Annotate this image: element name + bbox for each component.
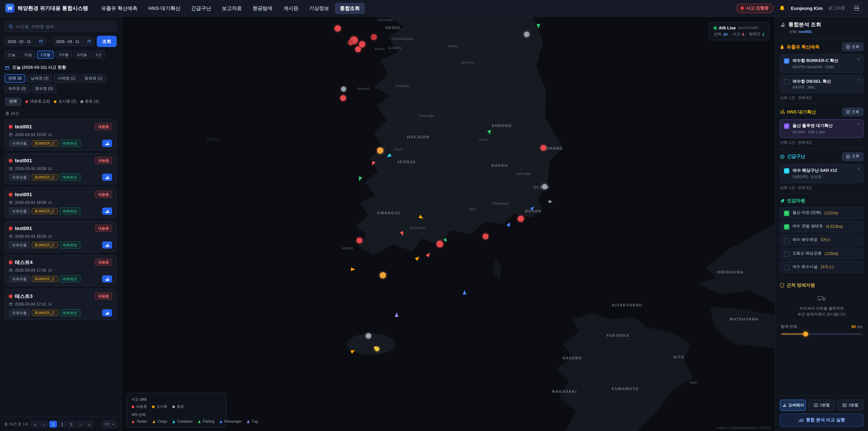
checkbox[interactable]: ✓: [784, 58, 789, 64]
nav-item-보고자료[interactable]: 보고자료: [217, 2, 247, 14]
prediction-card[interactable]: ✓울산 톨루엔 대기확산ALOHA · 15kt 1.2km×: [780, 119, 864, 137]
view-mode-button-2[interactable]: 2분할: [809, 400, 835, 411]
incident-marker[interactable]: [335, 25, 341, 31]
incident-card[interactable]: 테스트4대응중2026-03-04 17:45유류유출BUNKER_C예측완료: [4, 255, 117, 286]
incident-marker[interactable]: [371, 34, 377, 40]
ship-marker[interactable]: [462, 290, 467, 295]
checkbox[interactable]: ✓: [784, 168, 789, 173]
region-chip[interactable]: 남해청 (3): [27, 74, 52, 83]
map-attribution[interactable]: Leaflet | © OpenStreetMap © CARTO: [716, 426, 771, 430]
date-to-input[interactable]: 2026 - 03 - 11: [53, 37, 94, 46]
radius-slider[interactable]: [781, 333, 862, 335]
region-chip[interactable]: 중부청 (0): [31, 85, 57, 93]
incident-marker[interactable]: [341, 86, 346, 91]
quick-range-button[interactable]: 15일: [21, 51, 35, 59]
incident-marker[interactable]: [483, 234, 489, 239]
page-button-3[interactable]: 3: [67, 421, 75, 428]
nav-item-긴급구난[interactable]: 긴급구난: [186, 2, 216, 14]
quick-range-button[interactable]: 1개월: [37, 51, 54, 59]
close-icon[interactable]: ×: [857, 122, 860, 127]
sensitive-resource-item[interactable]: 오동도 해상공원(125ha): [780, 248, 864, 259]
ship-marker[interactable]: [418, 214, 425, 220]
ship-marker[interactable]: [357, 176, 363, 182]
nav-item-항공탐색[interactable]: 항공탐색: [248, 2, 278, 14]
run-analysis-button[interactable]: 통합 분석 비교 실행: [780, 413, 864, 427]
view-mode-button-3[interactable]: 3분할: [837, 400, 864, 411]
ship-marker[interactable]: [426, 251, 432, 258]
ship-marker[interactable]: [506, 221, 512, 227]
page-size-select[interactable]: 6건 ▾: [101, 420, 117, 428]
hns-query-button[interactable]: 조회: [842, 107, 864, 116]
ship-marker[interactable]: [399, 230, 405, 237]
view-on-map-button[interactable]: [102, 140, 112, 147]
incident-marker[interactable]: [380, 272, 386, 278]
close-icon[interactable]: ×: [857, 166, 860, 171]
view-on-map-button[interactable]: [102, 241, 112, 249]
menu-icon[interactable]: [851, 3, 863, 13]
region-chip[interactable]: 전체 16: [4, 74, 25, 83]
quick-range-button[interactable]: 1년: [92, 51, 105, 59]
page-button-2[interactable]: 2: [58, 421, 66, 428]
close-icon[interactable]: ×: [857, 77, 860, 82]
region-chip[interactable]: 동해청 (1): [81, 74, 106, 83]
incident-marker[interactable]: [377, 147, 383, 154]
view-mode-button-1[interactable]: 오버레이: [780, 400, 806, 411]
checkbox[interactable]: ✓: [784, 123, 789, 129]
ship-marker[interactable]: [350, 267, 355, 272]
prediction-card[interactable]: ✓여수 해상구난 SAR #12SAROPS · 표류중×: [780, 164, 864, 183]
slider-thumb[interactable]: [803, 332, 808, 337]
nav-item-유출유 확산예측[interactable]: 유출유 확산예측: [96, 2, 143, 14]
checkbox[interactable]: [784, 265, 789, 270]
ship-marker[interactable]: [350, 348, 356, 355]
view-on-map-button[interactable]: [102, 309, 112, 316]
sensitive-resource-item[interactable]: ✓돌산 어장 (전복)(131ha): [780, 207, 864, 219]
prev-page-button[interactable]: ‹: [40, 421, 48, 428]
ship-marker[interactable]: [549, 199, 553, 204]
ship-marker[interactable]: [395, 313, 399, 317]
ship-marker[interactable]: [530, 205, 535, 211]
status-filter[interactable]: 조사중 (2): [54, 99, 76, 104]
view-on-map-button[interactable]: [102, 275, 112, 282]
incident-marker[interactable]: [355, 47, 361, 53]
incident-marker[interactable]: [356, 238, 362, 243]
incident-card[interactable]: test001대응중2026-03-04 18:58유류유출BUNKER_C예측…: [4, 187, 117, 218]
view-on-map-button[interactable]: [102, 208, 112, 215]
region-chip[interactable]: 서해청 (1): [54, 74, 79, 83]
sar-query-button[interactable]: 조회: [842, 152, 864, 161]
quick-range-button[interactable]: 3개월: [56, 51, 72, 59]
ship-marker[interactable]: [370, 160, 376, 166]
ship-marker[interactable]: [487, 129, 492, 135]
quick-range-button[interactable]: 오늘: [4, 51, 19, 59]
next-page-button[interactable]: ›: [76, 421, 84, 428]
incident-marker[interactable]: [436, 241, 443, 247]
incident-marker[interactable]: [542, 184, 548, 189]
prediction-card[interactable]: ✓여수항 BUNKER-C 확산60GPS+OpenDrift · 150kL×: [780, 54, 864, 72]
first-page-button[interactable]: «: [31, 421, 39, 428]
incident-marker[interactable]: [366, 333, 371, 339]
app-logo[interactable]: W 해양환경 위기대응 통합시스템: [5, 4, 88, 13]
nav-item-HNS·대기확산[interactable]: HNS·대기확산: [143, 2, 185, 14]
search-input[interactable]: [16, 24, 113, 29]
incident-marker[interactable]: [524, 31, 529, 37]
incident-marker[interactable]: [340, 95, 346, 101]
incident-marker[interactable]: [541, 145, 547, 151]
sensitive-resource-item[interactable]: 여수 취수시설(3개소): [780, 261, 864, 273]
date-query-button[interactable]: 조회: [97, 36, 117, 47]
incident-card[interactable]: test001대응중2026-03-04 19:00유류유출BUNKER_C예측…: [4, 119, 117, 151]
view-on-map-button[interactable]: [102, 174, 112, 181]
bell-icon[interactable]: [779, 5, 785, 11]
ship-marker[interactable]: [414, 255, 421, 261]
checkbox[interactable]: ✓: [784, 224, 789, 229]
ship-marker[interactable]: [443, 238, 448, 243]
page-button-1[interactable]: 1: [49, 421, 57, 428]
region-chip[interactable]: 제주청 (0): [4, 85, 30, 93]
incident-card[interactable]: test001대응중2026-03-04 18:58유류유출BUNKER_C예측…: [4, 221, 117, 252]
nav-item-게시판[interactable]: 게시판: [278, 2, 303, 14]
ais-live-chip[interactable]: AIS Live MarineTraffic 선박20·사고6·방제건2: [709, 22, 770, 40]
status-filter[interactable]: 종료 (1): [80, 99, 99, 104]
checkbox[interactable]: [784, 238, 789, 243]
incident-marker[interactable]: [359, 41, 365, 47]
sensitive-resource-item[interactable]: 여수 해수욕장3개소: [780, 234, 864, 246]
quick-range-button[interactable]: 6개월: [74, 51, 90, 59]
logout-button[interactable]: 로그아웃: [828, 5, 845, 11]
